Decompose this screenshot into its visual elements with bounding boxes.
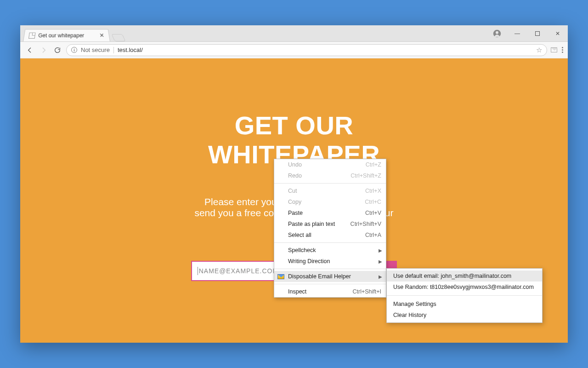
chevron-right-icon: ▶	[379, 248, 382, 253]
ctx-redo[interactable]: Redo Ctrl+Shift+Z	[274, 170, 386, 181]
window-controls: — ✕	[487, 25, 568, 42]
tabs-area: Get our whitepaper ✕	[20, 25, 124, 41]
submenu-clear-history[interactable]: Clear History	[387, 310, 542, 321]
tab-active[interactable]: Get our whitepaper ✕	[23, 29, 110, 41]
back-button[interactable]	[25, 45, 35, 55]
chevron-right-icon: ▶	[379, 259, 382, 264]
separator	[113, 47, 114, 53]
ctx-copy[interactable]: Copy Ctrl+C	[274, 196, 386, 207]
email-placeholder: NAME@EXAMPLE.COM	[199, 267, 278, 275]
ctx-spellcheck[interactable]: Spellcheck ▶	[274, 245, 386, 256]
forward-button[interactable]	[39, 45, 49, 55]
ctx-select-all[interactable]: Select all Ctrl+A	[274, 230, 386, 241]
ctx-disposable-email-helper[interactable]: Disposable Email Helper ▶	[274, 271, 386, 282]
submenu-use-random[interactable]: Use Random: t810z8ee0svygjmwxos3@mailina…	[387, 282, 542, 293]
extension-mail-icon[interactable]	[551, 47, 557, 52]
site-info-icon[interactable]: i	[71, 47, 77, 53]
tab-close-button[interactable]: ✕	[99, 32, 105, 39]
window-maximize-button[interactable]	[527, 25, 548, 42]
window-minimize-button[interactable]: —	[507, 25, 527, 42]
browser-menu-button[interactable]	[562, 47, 563, 53]
omnibox-actions: ☆	[536, 46, 542, 54]
heading-l1: GET OUR	[235, 111, 354, 140]
submenu-manage-settings[interactable]: Manage Settings	[387, 299, 542, 310]
ctx-writing-direction[interactable]: Writing Direction ▶	[274, 256, 386, 267]
window-close-button[interactable]: ✕	[548, 25, 568, 42]
ctx-paste-plain[interactable]: Paste as plain text Ctrl+Shift+V	[274, 218, 386, 230]
address-bar[interactable]: i Not secure test.local/ ☆	[66, 44, 547, 56]
context-submenu: Use default email: john_smith@mailinator…	[386, 268, 543, 323]
new-tab-button[interactable]	[111, 34, 125, 41]
bookmark-star-icon[interactable]: ☆	[536, 46, 542, 54]
profile-icon[interactable]	[487, 25, 507, 42]
ctx-cut[interactable]: Cut Ctrl+X	[274, 185, 386, 196]
ctx-paste[interactable]: Paste Ctrl+V	[274, 207, 386, 218]
reload-button[interactable]	[52, 45, 62, 55]
url-text: test.local/	[118, 46, 143, 53]
browser-window: Get our whitepaper ✕ — ✕ i Not secure te…	[20, 25, 568, 343]
svg-point-1	[496, 31, 498, 34]
envelope-icon	[277, 274, 284, 279]
context-menu: Undo Ctrl+Z Redo Ctrl+Shift+Z Cut Ctrl+X…	[274, 159, 386, 298]
page-icon	[28, 32, 35, 38]
toolbar: i Not secure test.local/ ☆	[20, 42, 568, 58]
titlebar: Get our whitepaper ✕ — ✕	[20, 25, 568, 42]
submenu-use-default[interactable]: Use default email: john_smith@mailinator…	[387, 270, 542, 282]
chevron-right-icon: ▶	[379, 274, 382, 279]
ctx-inspect[interactable]: Inspect Ctrl+Shift+I	[274, 286, 386, 297]
not-secure-label: Not secure	[81, 46, 110, 53]
ctx-undo[interactable]: Undo Ctrl+Z	[274, 159, 386, 170]
tab-title: Get our whitepaper	[38, 32, 84, 38]
